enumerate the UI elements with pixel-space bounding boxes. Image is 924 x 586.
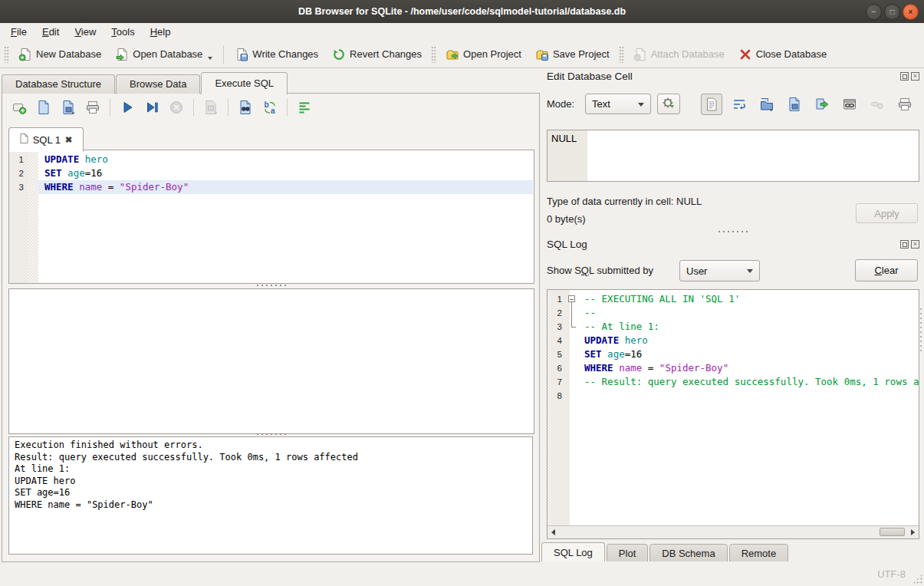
code-line: 7-- Result: query executed successfully.…	[547, 375, 918, 389]
print-button[interactable]	[84, 99, 101, 116]
revert-changes-icon	[332, 48, 346, 61]
scroll-left-icon[interactable]	[547, 527, 559, 538]
open-project-button[interactable]: Open Project	[439, 44, 528, 64]
toolbar-grip[interactable]	[431, 46, 436, 63]
clear-log-button[interactable]: Clear	[855, 259, 918, 281]
code-line: 5SET age=16	[547, 347, 918, 361]
cell-value-editor[interactable]: NULL	[547, 130, 919, 182]
results-messages-splitter[interactable]	[2, 433, 539, 436]
toolbar-button-label: Revert Changes	[350, 48, 422, 60]
code-line: 6WHERE name = "Spider-Boy"	[547, 361, 918, 375]
log-filter-label: Show SQL submitted by	[547, 265, 653, 276]
dock-splitter[interactable]	[541, 230, 924, 233]
open-database-button[interactable]: Open Database	[108, 44, 219, 64]
menu-view[interactable]: View	[67, 24, 104, 40]
resize-grip[interactable]	[912, 574, 922, 584]
auto-apply-button[interactable]	[657, 94, 680, 114]
code-line: 2SET age=16	[9, 166, 533, 180]
open-sql-file-button[interactable]	[35, 99, 52, 116]
text-mode-button[interactable]	[701, 94, 722, 115]
code-line: 8	[547, 389, 918, 403]
find-replace-button[interactable]: ba	[261, 99, 278, 116]
gear-icon	[662, 96, 676, 112]
new-tab-button[interactable]	[11, 99, 28, 116]
menu-help[interactable]: Help	[143, 24, 179, 40]
line-number: 8	[547, 389, 562, 403]
float-dock-icon[interactable]	[900, 72, 909, 81]
format-sql-button[interactable]	[296, 99, 313, 116]
log-filter-select[interactable]: User	[679, 260, 760, 281]
editor-results-splitter[interactable]	[2, 284, 539, 287]
edit-cell-dock-title: Edit Database Cell	[547, 71, 633, 82]
execute-all-button[interactable]	[119, 99, 136, 116]
code-text: --	[584, 306, 918, 320]
close-button[interactable]: ×	[903, 4, 919, 20]
code-text: SET age=16	[44, 166, 533, 180]
revert-changes-button[interactable]: Revert Changes	[325, 44, 429, 64]
new-database-button[interactable]: New Database	[12, 44, 108, 64]
apply-button: Apply	[856, 203, 918, 223]
import-file-button[interactable]	[756, 94, 778, 115]
new-tab-icon	[12, 100, 27, 115]
log-code: 1−-- EXECUTING ALL IN 'SQL 1'2--3-- At l…	[547, 292, 918, 403]
scroll-right-icon[interactable]	[907, 527, 919, 538]
tab-execute-sql[interactable]: Execute SQL	[201, 72, 288, 94]
close-tab-icon[interactable]: ✖	[65, 135, 72, 145]
line-number: 2	[9, 166, 24, 180]
float-dock-icon[interactable]	[900, 240, 909, 249]
close-database-icon	[738, 48, 752, 61]
menu-edit[interactable]: Edit	[35, 24, 67, 40]
scrollbar-thumb[interactable]	[880, 528, 905, 536]
mode-select[interactable]: Text	[585, 94, 651, 114]
save-sql-file-button[interactable]	[60, 99, 77, 116]
close-database-button[interactable]: Close Database	[732, 44, 834, 64]
set-null-button	[866, 94, 888, 115]
find-button[interactable]	[237, 99, 254, 116]
toolbar-grip[interactable]	[619, 46, 624, 63]
horizontal-scrollbar[interactable]	[547, 525, 919, 538]
sql-editor[interactable]: 1UPDATE hero2SET age=163WHERE name = "Sp…	[8, 150, 534, 284]
tab-browse-data[interactable]: Browse Data	[116, 74, 200, 94]
open-link-icon	[842, 97, 857, 112]
find-icon	[238, 100, 253, 115]
line-number: 5	[547, 347, 562, 361]
execute-current-line-button[interactable]	[143, 99, 160, 116]
minimize-button[interactable]: −	[866, 4, 882, 20]
dropdown-caret-icon[interactable]	[208, 57, 212, 60]
sql-log-view[interactable]: 1−-- EXECUTING ALL IN 'SQL 1'2--3-- At l…	[547, 290, 919, 526]
print-cell-button[interactable]	[894, 94, 916, 115]
menu-file[interactable]: File	[3, 24, 35, 40]
sql-log-frame: 1−-- EXECUTING ALL IN 'SQL 1'2--3-- At l…	[547, 289, 919, 539]
dock-tab-sql-log[interactable]: SQL Log	[541, 542, 605, 564]
fold-collapse-icon[interactable]: −	[568, 295, 575, 302]
line-number: 7	[547, 375, 562, 389]
window-title: DB Browser for SQLite - /home/user/code/…	[298, 6, 626, 17]
save-project-icon	[535, 48, 549, 61]
encoding-indicator[interactable]: UTF-8	[877, 568, 906, 580]
toolbar-button-label: Open Project	[463, 48, 521, 60]
word-wrap-button[interactable]	[728, 94, 750, 115]
open-link-button[interactable]	[839, 94, 860, 115]
save-file-button[interactable]	[784, 94, 805, 115]
code-line: 2--	[547, 306, 918, 320]
dock-resize-handle[interactable]	[919, 307, 922, 353]
svg-text:a: a	[271, 107, 275, 115]
toolbar-separator	[287, 99, 288, 116]
mode-selected-value: Text	[592, 98, 610, 110]
tab-database-structure[interactable]: Database Structure	[2, 74, 115, 94]
sql-log-dock-controls: ×	[900, 240, 919, 249]
format-sql-icon	[297, 100, 312, 115]
cell-editor-toolbar	[701, 94, 916, 115]
write-changes-icon	[235, 48, 248, 61]
close-dock-icon[interactable]: ×	[911, 72, 919, 81]
toolbar-button-label: Write Changes	[252, 48, 318, 60]
write-changes-button[interactable]: Write Changes	[228, 44, 325, 64]
close-dock-icon[interactable]: ×	[911, 240, 919, 249]
export-file-button[interactable]	[811, 94, 833, 115]
maximize-button[interactable]: □	[884, 4, 900, 20]
save-project-button[interactable]: Save Project	[528, 44, 617, 64]
code-text: -- EXECUTING ALL IN 'SQL 1'	[584, 292, 918, 306]
sql-editor-tab[interactable]: SQL 1 ✖	[8, 127, 84, 152]
menu-tools[interactable]: Tools	[104, 24, 142, 40]
toolbar-grip[interactable]	[4, 46, 9, 63]
